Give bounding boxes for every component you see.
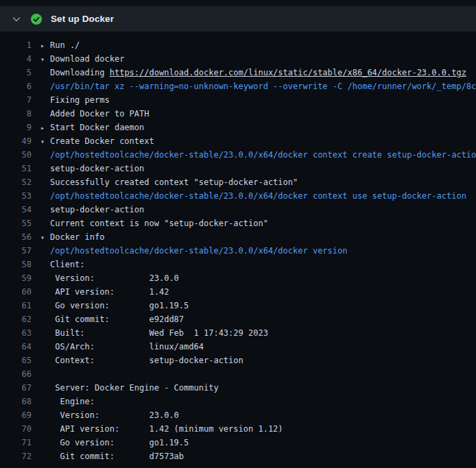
log-text: Go version: go1.19.5 <box>50 436 189 449</box>
line-number[interactable]: 54 <box>0 203 32 217</box>
line-number[interactable]: 72 <box>0 449 32 463</box>
log-text: Successfully created context "setup-dock… <box>50 175 298 189</box>
step-title: Set up Docker <box>51 14 114 24</box>
line-number[interactable]: 59 <box>0 271 32 285</box>
line-number[interactable]: 55 <box>0 217 32 230</box>
log-line: 7Fixing perms <box>0 93 476 107</box>
log-group-line[interactable]: 9▸Start Docker daemon <box>0 121 476 134</box>
line-number[interactable]: 49 <box>0 134 32 148</box>
line-number[interactable]: 6 <box>0 79 32 93</box>
line-number[interactable]: 71 <box>0 436 32 449</box>
log-text: Create Docker context <box>50 134 154 148</box>
step-header[interactable]: Set up Docker <box>0 6 476 32</box>
log-text: Run ./ <box>50 38 80 52</box>
line-number[interactable]: 5 <box>0 66 32 79</box>
log-line: 57/opt/hostedtoolcache/docker-stable/23.… <box>0 244 476 258</box>
log-text: Start Docker daemon <box>50 121 144 134</box>
log-text: /usr/bin/tar xz --warning=no-unknown-key… <box>50 79 476 93</box>
log-text: Server: Docker Engine - Community <box>50 381 219 395</box>
log-line: 60 API version: 1.42 <box>0 285 476 299</box>
log-line: 69 Version: 23.0.0 <box>0 408 476 422</box>
log-text: Current context is now "setup-docker-act… <box>50 217 268 230</box>
line-number[interactable]: 4 <box>0 52 32 66</box>
log-line: 8Added Docker to PATH <box>0 107 476 121</box>
log-line: 58Client: <box>0 258 476 271</box>
chevron-expanded-icon[interactable]: ▾ <box>40 231 50 245</box>
log-text: setup-docker-action <box>50 162 144 175</box>
log-group-line[interactable]: 1▸Run ./ <box>0 38 476 52</box>
log-text: /opt/hostedtoolcache/docker-stable/23.0.… <box>50 189 466 203</box>
log-line: 63 Built: Wed Feb 1 17:43:29 2023 <box>0 326 476 340</box>
line-number[interactable]: 60 <box>0 285 32 299</box>
log-line: 50/opt/hostedtoolcache/docker-stable/23.… <box>0 148 476 162</box>
log-line: 71 Go version: go1.19.5 <box>0 436 476 449</box>
line-number[interactable]: 50 <box>0 148 32 162</box>
actions-log-viewer: Set up Docker 1▸Run ./4▾Download docker5… <box>0 0 476 468</box>
line-number[interactable]: 65 <box>0 354 32 367</box>
log-text: Git commit: e92dd87 <box>50 312 184 326</box>
log-text: Version: 23.0.0 <box>50 408 179 422</box>
log-text: Fixing perms <box>50 93 110 107</box>
log-line: 5Downloading https://download.docker.com… <box>0 66 476 79</box>
log-text: setup-docker-action <box>50 203 144 217</box>
log-line: 53/opt/hostedtoolcache/docker-stable/23.… <box>0 189 476 203</box>
line-number[interactable]: 61 <box>0 299 32 312</box>
log-group-line[interactable]: 49▾Create Docker context <box>0 134 476 148</box>
line-number[interactable]: 57 <box>0 244 32 258</box>
line-number[interactable]: 62 <box>0 312 32 326</box>
line-number[interactable]: 67 <box>0 381 32 395</box>
line-number[interactable]: 9 <box>0 121 32 134</box>
log-text: Engine: <box>50 395 95 408</box>
line-number[interactable]: 56 <box>0 230 32 244</box>
log-line: 52Successfully created context "setup-do… <box>0 175 476 189</box>
log-line: 54setup-docker-action <box>0 203 476 217</box>
log-text: Go version: go1.19.5 <box>50 299 189 312</box>
line-number[interactable]: 68 <box>0 395 32 408</box>
log-line: 65 Context: setup-docker-action <box>0 354 476 367</box>
log-text: Git commit: d7573ab <box>50 449 184 463</box>
line-number[interactable]: 69 <box>0 408 32 422</box>
log-line: 55Current context is now "setup-docker-a… <box>0 217 476 230</box>
line-number[interactable]: 53 <box>0 189 32 203</box>
line-number[interactable]: 52 <box>0 175 32 189</box>
log-group-line[interactable]: 56▾Docker info <box>0 230 476 244</box>
line-number[interactable]: 8 <box>0 107 32 121</box>
log-line: 6/usr/bin/tar xz --warning=no-unknown-ke… <box>0 79 476 93</box>
log-text: Version: 23.0.0 <box>50 271 179 285</box>
log-text: API version: 1.42 (minimum version 1.12) <box>50 422 283 436</box>
page-background-strip <box>0 0 476 6</box>
chevron-collapsed-icon[interactable]: ▸ <box>40 121 50 135</box>
log-line: 70 API version: 1.42 (minimum version 1.… <box>0 422 476 436</box>
line-number[interactable]: 51 <box>0 162 32 175</box>
log-area: 1▸Run ./4▾Download docker5Downloading ht… <box>0 32 476 468</box>
line-number[interactable]: 58 <box>0 258 32 271</box>
log-line: 51setup-docker-action <box>0 162 476 175</box>
log-url-link[interactable]: https://download.docker.com/linux/static… <box>110 68 466 77</box>
success-check-icon <box>31 14 42 25</box>
chevron-expanded-icon[interactable]: ▾ <box>40 53 50 66</box>
log-text: API version: 1.42 <box>50 285 169 299</box>
log-line: 68 Engine: <box>0 395 476 408</box>
log-line: 62 Git commit: e92dd87 <box>0 312 476 326</box>
log-text: Built: Wed Feb 1 17:43:29 2023 <box>50 326 268 340</box>
line-number[interactable]: 7 <box>0 93 32 107</box>
log-line: 59 Version: 23.0.0 <box>0 271 476 285</box>
log-text: Client: <box>50 258 85 271</box>
line-number[interactable]: 66 <box>0 367 32 381</box>
line-number[interactable]: 1 <box>0 38 32 52</box>
log-line: 64 OS/Arch: linux/amd64 <box>0 340 476 354</box>
log-group-line[interactable]: 4▾Download docker <box>0 52 476 66</box>
line-number[interactable]: 63 <box>0 326 32 340</box>
log-text: Added Docker to PATH <box>50 107 150 121</box>
chevron-collapsed-icon[interactable]: ▸ <box>40 39 50 53</box>
chevron-expanded-icon[interactable]: ▾ <box>40 135 50 149</box>
chevron-down-icon[interactable] <box>11 14 22 25</box>
line-number[interactable]: 70 <box>0 422 32 436</box>
log-text: Download docker <box>50 52 124 66</box>
log-text: /opt/hostedtoolcache/docker-stable/23.0.… <box>50 148 476 162</box>
log-text: OS/Arch: linux/amd64 <box>50 340 204 354</box>
log-text-prefix: Downloading <box>50 68 110 77</box>
log-text: Docker info <box>50 230 104 244</box>
log-line: 61 Go version: go1.19.5 <box>0 299 476 312</box>
line-number[interactable]: 64 <box>0 340 32 354</box>
